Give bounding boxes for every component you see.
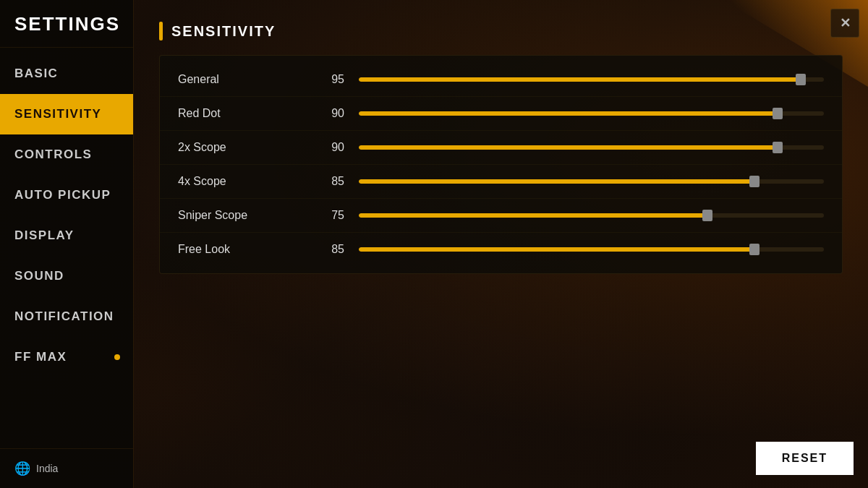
slider-thumb-2[interactable] [773, 142, 783, 153]
slider-container-4[interactable] [359, 210, 824, 221]
sidebar-footer: 🌐 India [0, 448, 133, 488]
setting-value-3: 85 [323, 175, 359, 188]
sidebar: SETTINGS BASICSENSITIVITYCONTROLSAUTO PI… [0, 0, 134, 488]
sidebar-item-ff-max[interactable]: FF MAX [0, 337, 133, 377]
sidebar-item-display[interactable]: DISPLAY [0, 215, 133, 256]
close-button[interactable]: ✕ [830, 9, 859, 38]
setting-row: Sniper Scope75 [160, 199, 842, 233]
slider-track-2 [359, 145, 824, 150]
sidebar-item-basic[interactable]: BASIC [0, 53, 133, 94]
globe-icon: 🌐 [14, 461, 30, 476]
slider-fill-4 [359, 213, 707, 218]
slider-fill-5 [359, 247, 754, 252]
section-title: SENSITIVITY [171, 23, 276, 40]
slider-container-2[interactable] [359, 142, 824, 153]
sidebar-item-sound[interactable]: SOUND [0, 256, 133, 296]
sidebar-item-controls[interactable]: CONTROLS [0, 134, 133, 175]
slider-container-0[interactable] [359, 74, 824, 85]
section-accent [159, 22, 163, 40]
slider-track-4 [359, 213, 824, 218]
slider-fill-0 [359, 77, 801, 82]
slider-track-1 [359, 111, 824, 116]
slider-track-0 [359, 77, 824, 82]
setting-value-5: 85 [323, 243, 359, 256]
slider-thumb-3[interactable] [749, 176, 760, 187]
app-title: SETTINGS [0, 0, 133, 48]
setting-label-5: Free Look [178, 243, 323, 256]
slider-fill-1 [359, 111, 778, 116]
sidebar-item-sensitivity[interactable]: SENSITIVITY [0, 94, 133, 134]
sidebar-nav: BASICSENSITIVITYCONTROLSAUTO PICKUPDISPL… [0, 48, 133, 448]
setting-value-2: 90 [323, 141, 359, 154]
reset-button[interactable]: RESET [756, 442, 854, 475]
setting-row: 4x Scope85 [160, 165, 842, 199]
slider-fill-2 [359, 145, 778, 150]
slider-thumb-5[interactable] [749, 244, 760, 255]
notification-dot [114, 354, 120, 360]
sidebar-item-notification[interactable]: NOTIFICATION [0, 296, 133, 337]
slider-fill-3 [359, 179, 754, 184]
slider-container-3[interactable] [359, 176, 824, 187]
slider-thumb-4[interactable] [702, 210, 712, 221]
setting-label-3: 4x Scope [178, 175, 323, 188]
sidebar-item-auto-pickup[interactable]: AUTO PICKUP [0, 175, 133, 215]
section-header: SENSITIVITY [159, 22, 843, 40]
region-label: India [36, 463, 58, 474]
setting-row: General95 [160, 63, 842, 97]
setting-label-2: 2x Scope [178, 141, 323, 154]
setting-value-4: 75 [323, 209, 359, 222]
slider-thumb-1[interactable] [773, 108, 783, 119]
settings-panel: General95Red Dot902x Scope904x Scope85Sn… [159, 55, 843, 274]
setting-value-0: 95 [323, 73, 359, 86]
setting-label-0: General [178, 73, 323, 86]
slider-container-1[interactable] [359, 108, 824, 119]
setting-label-4: Sniper Scope [178, 209, 323, 222]
setting-row: 2x Scope90 [160, 131, 842, 165]
setting-value-1: 90 [323, 107, 359, 120]
main-content: SENSITIVITY General95Red Dot902x Scope90… [134, 0, 868, 488]
slider-thumb-0[interactable] [796, 74, 806, 85]
slider-container-5[interactable] [359, 244, 824, 254]
setting-row: Free Look85 [160, 233, 842, 266]
setting-row: Red Dot90 [160, 97, 842, 131]
setting-label-1: Red Dot [178, 107, 323, 120]
